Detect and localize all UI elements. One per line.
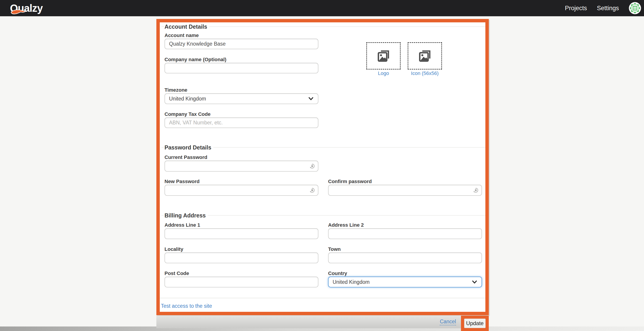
- confirm-password-wrap: [328, 185, 482, 196]
- logo-upload-box[interactable]: [366, 42, 401, 69]
- cancel-link[interactable]: Cancel: [440, 319, 456, 325]
- address-line2-label: Address Line 2: [328, 222, 364, 228]
- logo-upload-link[interactable]: Logo: [366, 70, 401, 76]
- image-placeholder-icon: [418, 50, 431, 62]
- password-details-section-header: Password Details: [162, 144, 485, 151]
- legend-line: [162, 215, 164, 216]
- legend-line: [209, 26, 485, 27]
- current-password-wrap: [164, 161, 318, 172]
- avatar-identicon-icon: [629, 2, 641, 14]
- current-password-label: Current Password: [164, 155, 208, 160]
- update-button[interactable]: Update: [464, 319, 486, 328]
- address-line1-input[interactable]: [164, 228, 318, 239]
- town-input[interactable]: [328, 252, 482, 263]
- postcode-label: Post Code: [164, 271, 189, 276]
- country-select[interactable]: United Kingdom: [328, 277, 482, 288]
- nav-settings-link[interactable]: Settings: [597, 5, 619, 12]
- locality-input[interactable]: [164, 252, 318, 263]
- qualzy-logo[interactable]: Qualzy: [10, 0, 43, 16]
- fox-tail-swoosh-icon: [10, 9, 27, 14]
- new-password-wrap: [164, 185, 318, 196]
- tax-code-input[interactable]: [164, 117, 318, 128]
- nav-projects-link[interactable]: Projects: [565, 5, 587, 12]
- divider: [160, 298, 485, 298]
- confirm-password-label: Confirm password: [328, 179, 372, 184]
- new-password-label: New Password: [164, 179, 200, 184]
- icon-upload-box[interactable]: [408, 42, 442, 69]
- section-title: Account Details: [164, 23, 209, 30]
- screen: Qualzy Projects Settings: [0, 0, 644, 331]
- update-button-highlight: Update: [461, 316, 489, 331]
- company-name-label: Company name (Optional): [164, 57, 226, 62]
- section-title: Password Details: [164, 144, 213, 151]
- billing-address-section-header: Billing Address: [162, 212, 485, 219]
- new-password-input[interactable]: [164, 185, 318, 196]
- image-placeholder-icon: [377, 50, 390, 62]
- country-label: Country: [328, 271, 347, 276]
- current-password-input[interactable]: [164, 161, 318, 172]
- tax-code-label: Company Tax Code: [164, 111, 210, 117]
- locality-label: Locality: [164, 247, 183, 252]
- address-line2-input[interactable]: [328, 228, 482, 239]
- icon-upload-link[interactable]: Icon (56x56): [408, 70, 442, 76]
- legend-line: [162, 26, 164, 27]
- town-label: Town: [328, 247, 341, 252]
- legend-line: [208, 215, 485, 216]
- account-details-section-header: Account Details: [162, 23, 485, 30]
- user-avatar[interactable]: [629, 2, 641, 14]
- legend-line: [162, 147, 164, 148]
- timezone-select-wrap: United Kingdom: [164, 93, 318, 104]
- timezone-select[interactable]: United Kingdom: [164, 93, 318, 104]
- country-select-wrap: United Kingdom: [328, 277, 482, 288]
- account-name-input[interactable]: [164, 39, 318, 49]
- address-line1-label: Address Line 1: [164, 222, 200, 228]
- account-name-label: Account name: [164, 33, 199, 38]
- account-settings-panel: Account Details Account name Company nam…: [156, 19, 489, 315]
- timezone-label: Timezone: [164, 87, 187, 93]
- top-navigation-bar: Qualzy Projects Settings: [0, 0, 644, 16]
- footer-action-bar: Cancel: [156, 316, 489, 328]
- test-access-link[interactable]: Test access to the site: [161, 303, 212, 309]
- postcode-input[interactable]: [164, 277, 318, 288]
- company-name-input[interactable]: [164, 63, 318, 73]
- section-title: Billing Address: [164, 212, 208, 219]
- confirm-password-input[interactable]: [328, 185, 482, 196]
- topbar-nav: Projects Settings: [565, 0, 641, 16]
- legend-line: [213, 147, 485, 148]
